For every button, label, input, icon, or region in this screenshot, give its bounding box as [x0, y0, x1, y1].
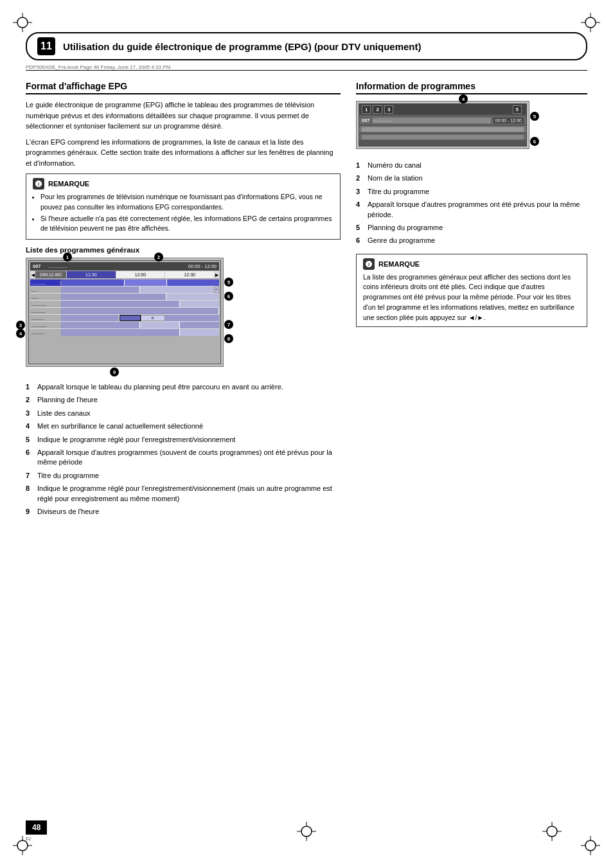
note-label-left: REMARQUE [48, 180, 89, 188]
prog-cell-3-1 [61, 294, 166, 300]
right-list-item-5: 5 Planning du programme [356, 223, 587, 233]
chan-row-6: ........... R [30, 315, 219, 322]
epg-top-bar: 007 ............... 00:00 - 12:00 [30, 262, 219, 270]
callout-6-right-info: 6 [530, 137, 539, 146]
chan-label-5: ............ [30, 309, 61, 314]
right-list-item-4: 4 Apparaît lorsque d'autres programmes o… [356, 200, 587, 220]
epg-frame: 007 ............... 00:00 - 12:00 ◄ DIM.… [28, 260, 221, 364]
right-item-num-6: 6 [356, 236, 368, 245]
filepath: PDP506XDE_Fra.book Page 48 Friday, June … [26, 64, 587, 70]
prog-cells-selected [61, 279, 219, 286]
right-section-title: Information de programmes [356, 81, 587, 94]
right-item-num-1: 1 [356, 161, 368, 170]
left-item-text-3: Liste des canaux [37, 409, 341, 418]
prog-cell-7-1 [61, 322, 140, 328]
svg-text:i: i [38, 181, 39, 187]
left-list-item-2: 2 Planning de l'heure [26, 395, 341, 405]
prog-cell-1 [61, 279, 125, 286]
right-item-num-2: 2 [356, 173, 368, 183]
svg-point-22 [301, 826, 312, 837]
corner-mark-tr [581, 13, 600, 32]
prog-cell-6-badge: R [141, 315, 165, 321]
note-icon-left: i [33, 178, 44, 190]
epg-date: DIM.12.460 [35, 271, 66, 278]
chan-row-2: .... P [30, 287, 219, 294]
left-item-num-8: 8 [26, 484, 37, 493]
chan-label-3: ...... [30, 295, 61, 299]
callout-8-right: 8 [224, 334, 233, 343]
callout-7-right: 7 [224, 320, 233, 329]
info-frame: 1 2 3 5 007 ................ 00:00 - 12:… [359, 103, 527, 146]
prog-cell-4-1 [61, 301, 180, 307]
right-item-text-1: Numéro du canal [368, 161, 587, 170]
bottom-right-mark [542, 822, 562, 842]
left-item-num-3: 3 [26, 409, 37, 418]
note-header-right: i REMARQUE [363, 258, 580, 270]
chan-label-6: ........... [30, 316, 61, 321]
prog-cells-5 [61, 308, 219, 314]
right-list-item-1: 1 Numéro du canal [356, 161, 587, 170]
note-block-right: i REMARQUE La liste des programmes génér… [356, 254, 587, 328]
left-list-item-8: 8 Indique le programme réglé pour l'enre… [26, 484, 341, 504]
right-item-text-3: Titre du programme [368, 187, 587, 197]
left-item-text-7: Titre du programme [37, 471, 341, 481]
svg-point-27 [547, 826, 557, 837]
nav-right-arrow: ► [214, 272, 219, 278]
prog-cell-6-2 [165, 315, 219, 321]
prog-cell-5-1 [61, 308, 219, 314]
left-item-num-9: 9 [26, 507, 37, 517]
chan-label-4: ............. [30, 302, 61, 306]
right-column: Information de programmes 4 1 2 3 5 [356, 81, 587, 523]
note-icon-right: i [363, 258, 375, 270]
left-section-title: Format d'affichage EPG [26, 81, 341, 94]
bottom-center-mark [297, 822, 316, 842]
page-footer: 48 Fr [26, 820, 47, 842]
info-chan-num: 007 [362, 118, 370, 123]
left-column: Format d'affichage EPG Le guide électron… [26, 81, 341, 523]
prog-cells-3 [61, 294, 219, 300]
info-time: 00:00 - 12:00 [493, 118, 524, 123]
callout-5-right-info: 5 [530, 112, 539, 121]
left-item-num-4: 4 [26, 421, 37, 431]
chapter-title: Utilisation du guide électronique de pro… [63, 41, 422, 52]
callout-4-left: 4 [16, 329, 25, 338]
epg-general-diagram: 1 2 007 ............... 00:00 - 12:00 [26, 258, 341, 367]
prog-cell-2-2 [140, 287, 219, 293]
info-chan-row: 007 ................ 00:00 - 12:00 [359, 116, 526, 125]
left-list-item-7: 7 Titre du programme [26, 471, 341, 481]
left-list-item-9: 9 Diviseurs de l'heure [26, 507, 341, 517]
subsection-title: Liste des programmes généraux [26, 246, 341, 254]
left-item-text-2: Planning de l'heure [37, 395, 341, 405]
info-prog-row2 [359, 134, 526, 140]
left-item-text-9: Diviseurs de l'heure [37, 507, 341, 517]
prog-cells-7 [61, 322, 219, 328]
callout-4-top: 4 [459, 94, 468, 103]
epg-chan-name-top: ............... [48, 264, 188, 269]
prog-cell-7-2 [180, 322, 219, 328]
left-item-num-5: 5 [26, 435, 37, 445]
chan-row-8: ........... [30, 329, 219, 336]
left-item-num-6: 6 [26, 448, 37, 457]
epg-nav-row: ◄ DIM.12.460 11:30 12:00 12:30 ► [30, 271, 219, 279]
epg-time-slots: 11:30 12:00 12:30 [66, 271, 214, 278]
left-list-item-1: 1 Apparaît lorsque le tableau du plannin… [26, 382, 341, 392]
corner-mark-br [581, 836, 600, 855]
right-list-item-3: 3 Titre du programme [356, 187, 587, 197]
left-item-num-1: 1 [26, 382, 37, 392]
prog-cell-2-1 [61, 287, 140, 293]
footer-language: Fr [26, 836, 47, 842]
left-list-item-5: 5 Indique le programme réglé pour l'enre… [26, 435, 341, 445]
info-diagram-wrapper: 4 1 2 3 5 007 ................ [356, 101, 587, 149]
note-label-right: REMARQUE [378, 260, 420, 268]
right-item-num-5: 5 [356, 223, 368, 233]
chan-label-7: ............. [30, 323, 61, 328]
info-prog-bar [362, 127, 524, 132]
chan-row-3: ...... [30, 294, 219, 301]
left-item-text-4: Met en surbrillance le canal actuellemen… [37, 421, 341, 431]
info-num-3: 3 [384, 105, 393, 114]
right-list-item-6: 6 Genre du programme [356, 236, 587, 245]
intro-para-1: Le guide électronique de programme (EPG)… [26, 100, 341, 132]
prog-cell-3-2 [166, 294, 219, 300]
note-item-1: Pour les programmes de télévision numéri… [40, 192, 333, 213]
epg-screencap: 007 ............... 00:00 - 12:00 ◄ DIM.… [26, 258, 224, 367]
